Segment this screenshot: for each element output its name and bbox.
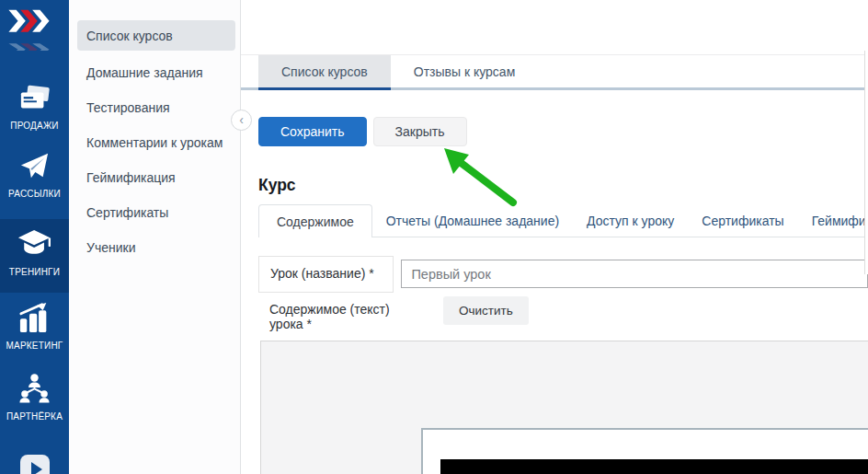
lesson-name-row: Урок (название) * — [258, 256, 868, 293]
chevron-left-icon: ‹ — [239, 113, 244, 126]
course-tab-bar: Содержимое Отчеты (Домашнее задание) Дос… — [258, 204, 868, 237]
tab-certificates[interactable]: Сертификаты — [688, 204, 797, 237]
rail-label: МАРКЕТИНГ — [6, 341, 63, 351]
sidebar-collapse-button[interactable]: ‹ — [231, 110, 252, 131]
content-preview-frame — [421, 428, 868, 474]
sidebar-item-homework[interactable]: Домашние задания — [69, 55, 240, 90]
credit-card-icon — [19, 85, 51, 116]
close-button[interactable]: Закрыть — [373, 117, 467, 146]
section-sidebar: Список курсов Домашние задания Тестирова… — [69, 0, 241, 474]
rail-item-sales[interactable]: ПРОДАЖИ — [0, 85, 69, 131]
tab-content: Сохранить Закрыть Курс Содержимое Отчеты… — [241, 90, 868, 474]
tab-course-reviews[interactable]: Отзывы к курсам — [391, 55, 539, 87]
sidebar-menu: Список курсов Домашние задания Тестирова… — [69, 0, 240, 265]
rail-label: ПРОДАЖИ — [10, 121, 58, 131]
lesson-name-label: Урок (название) * — [258, 256, 394, 293]
course-form: Урок (название) * Содержимое (текст) уро… — [258, 256, 868, 474]
rail-item-mailings[interactable]: РАССЫЛКИ — [0, 152, 69, 199]
lesson-content-row: Содержимое (текст) урока * Очистить — [258, 293, 868, 341]
app-logo[interactable] — [8, 8, 60, 51]
top-tab-bar: Список курсов Отзывы к курсам — [241, 55, 868, 90]
rail-item-affiliate[interactable]: ПАРТНЁРКА — [0, 373, 69, 422]
rail-item-marketing[interactable]: МАРКЕТИНГ — [0, 302, 69, 351]
paper-plane-icon — [19, 152, 50, 184]
save-button[interactable]: Сохранить — [258, 117, 367, 146]
bar-chart-icon — [18, 302, 51, 336]
tab-homework-reports[interactable]: Отчеты (Домашнее задание) — [372, 204, 573, 237]
scrollbar-gutter — [864, 51, 868, 274]
play-icon — [18, 453, 51, 474]
sidebar-item-course-list[interactable]: Список курсов — [77, 20, 235, 51]
lesson-content-editor[interactable] — [260, 341, 868, 474]
sidebar-item-certificates[interactable]: Сертификаты — [69, 195, 240, 230]
network-icon — [18, 373, 51, 407]
page-title: Курс — [258, 176, 868, 195]
rail-item-video[interactable] — [0, 453, 69, 474]
tab-content-tab[interactable]: Содержимое — [258, 204, 372, 237]
tab-course-list[interactable]: Список курсов — [258, 55, 391, 90]
tab-gamification[interactable]: Геймификация — [798, 204, 868, 237]
rail-label: ТРЕНИНГИ — [9, 267, 60, 277]
clear-button[interactable]: Очистить — [443, 296, 529, 325]
rail-item-trainings[interactable]: ТРЕНИНГИ — [0, 219, 69, 293]
primary-nav-rail: ПРОДАЖИ РАССЫЛКИ ТРЕНИНГИ — [0, 0, 69, 474]
rail-label: ПАРТНЁРКА — [6, 411, 63, 422]
toolbar: Сохранить Закрыть — [258, 117, 868, 146]
redacted-content-block — [440, 459, 868, 474]
rail-label: РАССЫЛКИ — [8, 189, 61, 199]
sidebar-item-students[interactable]: Ученики — [69, 230, 240, 265]
lesson-name-input[interactable] — [401, 260, 868, 288]
top-header-strip — [241, 0, 868, 55]
sidebar-item-lesson-comments[interactable]: Комментарии к урокам — [69, 125, 240, 160]
triple-chevron-logo-icon — [8, 8, 60, 51]
sidebar-item-tests[interactable]: Тестирования — [69, 90, 240, 125]
sidebar-item-gamification[interactable]: Геймификация — [69, 160, 240, 195]
tab-lesson-access[interactable]: Доступ к уроку — [573, 204, 688, 237]
graduation-cap-icon — [17, 228, 52, 262]
lesson-content-label: Содержимое (текст) урока * — [258, 293, 436, 341]
main-panel: Список курсов Отзывы к курсам Сохранить … — [241, 0, 868, 474]
